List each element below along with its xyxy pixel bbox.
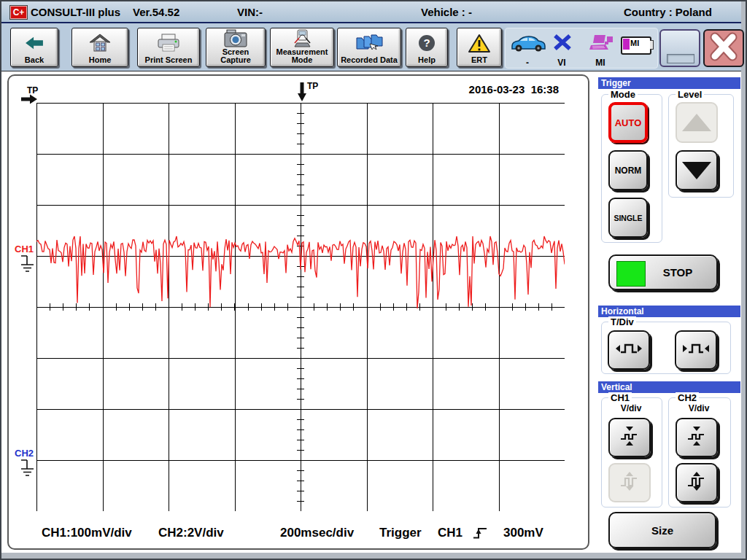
trigger-mode-single-button[interactable]: SINGLE [608, 198, 648, 238]
pulse-compress-vertical-icon [616, 423, 643, 452]
home-button[interactable]: Home [71, 28, 128, 67]
trigger-level-up-button [676, 102, 718, 143]
tdiv-expand-button[interactable] [608, 330, 650, 370]
application-window: C+ CONSULT-III plus Ver.54.52 VIN:- Vehi… [1, 1, 746, 559]
folders-icon [355, 28, 383, 56]
multimeter-icon [292, 28, 312, 48]
screen-capture-button[interactable]: Screen Capture [206, 28, 266, 67]
country-label: Country : Poland [624, 6, 712, 18]
time-scale-readout: 200msec/div [280, 526, 354, 540]
camera-icon [223, 27, 248, 48]
ch2-scale-readout: CH2:2V/div [158, 526, 224, 540]
back-button[interactable]: Back [10, 28, 58, 67]
ch1-ground-icon [19, 255, 35, 277]
vehicle-car-icon [510, 32, 546, 55]
close-button[interactable] [703, 29, 744, 67]
arrow-down-icon [682, 162, 711, 179]
trigger-position-top-label: TP [307, 81, 318, 91]
ch1-vdiv-label: V/div [607, 403, 655, 413]
ch2-ground-icon [19, 459, 35, 481]
ch1-vdiv-expand-button [608, 463, 651, 502]
title-bar: C+ CONSULT-III plus Ver.54.52 VIN:- Vehi… [1, 1, 741, 23]
ch2-vdiv-compress-button[interactable] [676, 418, 718, 457]
stop-button[interactable]: STOP [608, 254, 718, 290]
print-screen-button[interactable]: Print Screen [137, 28, 200, 67]
trigger-mode-norm-button[interactable]: NORM [608, 150, 648, 190]
ch1-vdiv-compress-button[interactable] [608, 418, 651, 457]
vin-label: VIN:- [237, 6, 263, 18]
pulse-expand-vertical-icon-disabled [616, 468, 643, 497]
vi-status-label: VI [551, 58, 573, 68]
main-content: TP TP 2016-03-23 16:38 CH1 CH2 CH1:100mV… [1, 71, 741, 553]
toolbar: Back Home [1, 23, 741, 71]
vertical-section-header: Vertical [598, 381, 740, 393]
ch2-vdiv-expand-button[interactable] [676, 463, 718, 502]
pulse-expand-horizontal-icon [615, 339, 643, 361]
mi-device-icon [587, 33, 615, 56]
tdiv-compress-button[interactable] [675, 330, 717, 370]
trigger-level-down-button[interactable] [676, 150, 718, 190]
help-icon: ? [417, 28, 436, 56]
vi-disconnected-icon [552, 34, 573, 55]
recorded-data-button[interactable]: Recorded Data [337, 28, 401, 67]
pulse-compress-horizontal-icon [682, 339, 710, 361]
minimize-button[interactable] [659, 29, 700, 67]
ch1-label: CH1 [15, 244, 34, 254]
help-button[interactable]: ? Help [406, 28, 448, 67]
timestamp: 2016-03-23 16:38 [469, 83, 559, 96]
running-indicator [616, 261, 646, 287]
horizontal-section-header: Horizontal [598, 306, 740, 317]
ert-button[interactable]: ERT [457, 28, 502, 67]
battery-icon: MI [621, 36, 651, 55]
ch1-scale-readout: CH1:100mV/div [42, 526, 132, 540]
trigger-section-header: Trigger [598, 77, 740, 89]
home-icon [89, 28, 111, 56]
printer-icon [156, 28, 181, 56]
pulse-compress-vertical-icon [684, 423, 710, 452]
scope-graticule-and-trace [36, 103, 565, 511]
car-status-label: - [520, 58, 535, 68]
app-version: Ver.54.52 [133, 6, 179, 18]
trigger-source-readout: CH1 [438, 526, 462, 540]
mi-status-label: MI [587, 58, 614, 68]
app-title: CONSULT-III plus [31, 6, 120, 18]
back-arrow-icon [24, 28, 44, 56]
trigger-position-left-arrow-icon [21, 94, 37, 107]
minimize-icon [667, 54, 694, 63]
trigger-readout-label: Trigger [379, 526, 422, 540]
ch2-label: CH2 [15, 448, 34, 459]
rising-edge-icon [473, 526, 489, 542]
ch2-vdiv-label: V/div [674, 403, 724, 413]
measurement-mode-button[interactable]: Measurement Mode [270, 28, 334, 67]
pulse-expand-vertical-icon [684, 468, 710, 497]
trigger-position-top-arrow-icon [298, 82, 306, 104]
consult-logo-icon: C+ [9, 5, 28, 20]
vehicle-label: Vehicle : - [421, 6, 472, 18]
trigger-mode-auto-button[interactable]: AUTO [608, 102, 648, 143]
warning-icon [468, 28, 491, 56]
battery-nub [650, 40, 654, 50]
connection-status-panel: - VI [505, 28, 658, 69]
close-icon [708, 31, 740, 65]
size-button[interactable]: Size [608, 512, 716, 548]
trigger-level-readout: 300mV [503, 526, 543, 540]
arrow-up-icon [682, 114, 711, 131]
svg-text:?: ? [423, 36, 430, 49]
oscilloscope-panel: TP TP 2016-03-23 16:38 CH1 CH2 CH1:100mV… [7, 74, 589, 550]
